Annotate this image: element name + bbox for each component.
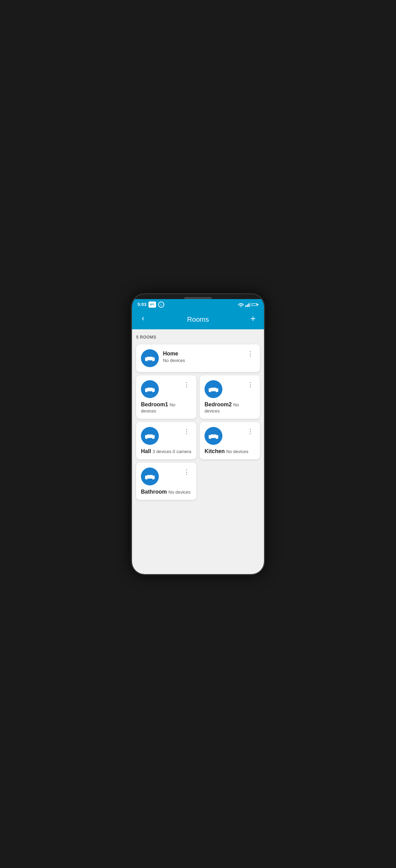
room-info-home: Home No devices (163, 349, 185, 363)
svg-rect-23 (210, 391, 211, 392)
room-card-bedroom2[interactable]: ⋮ Bedroom2 No devices (200, 375, 260, 419)
room-more-home[interactable]: ⋮ (246, 349, 255, 358)
back-button[interactable] (138, 315, 148, 324)
svg-rect-42 (152, 479, 154, 480)
svg-rect-6 (252, 304, 256, 305)
wifi-icon (238, 302, 244, 307)
room-more-bedroom1[interactable]: ⋮ (182, 380, 191, 389)
room-name-bedroom1: Bedroom1 (141, 402, 168, 407)
svg-rect-5 (257, 304, 258, 305)
smiley-icon: ☺ (158, 301, 164, 308)
room-icon-bedroom1 (141, 380, 159, 398)
app-bar: Rooms (132, 310, 264, 329)
rooms-count: 5 ROOMS (136, 333, 260, 341)
svg-rect-22 (210, 387, 217, 389)
room-more-hall[interactable]: ⋮ (182, 427, 191, 436)
room-card-home[interactable]: Home No devices ⋮ (136, 344, 260, 372)
room-card-bedroom1[interactable]: ⋮ Bedroom1 No devices (136, 375, 196, 419)
room-icon-bedroom2 (205, 380, 222, 398)
room-card-bathroom[interactable]: ⋮ Bathroom No devices (136, 463, 196, 500)
battery-icon (252, 303, 258, 307)
home-indicator (132, 573, 264, 575)
svg-rect-10 (147, 356, 153, 358)
card-top-bedroom1: ⋮ (141, 380, 191, 398)
rooms-grid-row1: ⋮ Bedroom1 No devices (136, 375, 260, 419)
empty-placeholder (200, 463, 260, 500)
svg-rect-12 (152, 360, 154, 361)
svg-rect-34 (210, 434, 217, 436)
room-name-bathroom: Bathroom (141, 489, 167, 495)
svg-rect-16 (147, 387, 153, 389)
room-more-bathroom[interactable]: ⋮ (182, 468, 191, 476)
room-icon-kitchen (205, 427, 222, 445)
svg-rect-29 (146, 438, 148, 439)
rooms-grid-row2: ⋮ Hall 3 devices 0 camera (136, 422, 260, 459)
svg-rect-18 (152, 391, 154, 392)
svg-rect-41 (146, 479, 148, 480)
svg-rect-28 (147, 434, 153, 436)
room-card-left: Home No devices (141, 349, 246, 367)
room-devices-hall: 3 devices 0 camera (153, 449, 191, 454)
room-icon-home (141, 349, 159, 367)
phone-shell: 5:03 BPL ☺ (131, 293, 265, 575)
room-icon-bathroom (141, 468, 159, 485)
status-time: 5:03 (138, 302, 146, 307)
card-top-bedroom2: ⋮ (205, 380, 255, 398)
card-top-bathroom: ⋮ (141, 468, 191, 485)
room-devices-home: No devices (163, 358, 185, 363)
svg-rect-30 (152, 438, 154, 439)
svg-rect-40 (147, 475, 153, 476)
status-bar: 5:03 BPL ☺ (132, 299, 264, 310)
card-top-hall: ⋮ (141, 427, 191, 445)
page-title: Rooms (187, 316, 209, 323)
svg-rect-2 (248, 303, 249, 307)
svg-rect-3 (250, 302, 251, 307)
add-room-button[interactable] (248, 315, 258, 325)
svg-rect-24 (216, 391, 217, 392)
room-more-bedroom2[interactable]: ⋮ (246, 380, 255, 389)
room-card-hall[interactable]: ⋮ Hall 3 devices 0 camera (136, 422, 196, 459)
svg-rect-1 (247, 305, 248, 307)
svg-rect-35 (210, 438, 211, 439)
room-more-kitchen[interactable]: ⋮ (246, 427, 255, 436)
room-name-home: Home (163, 351, 185, 357)
content-area: 5 ROOMS Home No devices (132, 329, 264, 573)
svg-rect-36 (216, 438, 217, 439)
card-top-kitchen: ⋮ (205, 427, 255, 445)
room-name-kitchen: Kitchen (205, 448, 225, 454)
svg-rect-0 (245, 305, 246, 307)
room-name-bedroom2: Bedroom2 (205, 402, 232, 407)
rooms-grid-row3: ⋮ Bathroom No devices (136, 463, 260, 500)
bpl-icon: BPL (148, 301, 156, 308)
room-name-hall: Hall (141, 448, 151, 454)
svg-rect-11 (146, 360, 148, 361)
room-icon-hall (141, 427, 159, 445)
svg-rect-17 (146, 391, 148, 392)
room-card-kitchen[interactable]: ⋮ Kitchen No devices (200, 422, 260, 459)
signal-icons (238, 302, 258, 307)
signal-icon (245, 302, 251, 307)
room-devices-kitchen: No devices (226, 449, 248, 454)
room-devices-bathroom: No devices (168, 490, 190, 495)
